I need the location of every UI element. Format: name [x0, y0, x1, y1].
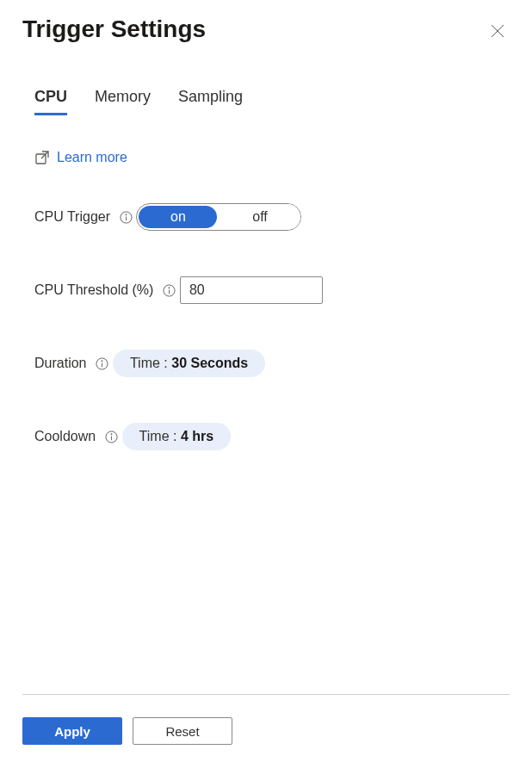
cpu-trigger-label: CPU Trigger [34, 209, 110, 225]
svg-line-3 [41, 152, 48, 158]
page-title: Trigger Settings [22, 15, 206, 43]
duration-value: 30 Seconds [171, 356, 248, 371]
tab-sampling[interactable]: Sampling [178, 88, 243, 115]
tabs: CPU Memory Sampling [34, 88, 498, 115]
svg-point-6 [125, 214, 126, 214]
cooldown-value: 4 hrs [181, 429, 213, 444]
info-icon[interactable] [95, 356, 108, 370]
toggle-on[interactable]: on [139, 206, 217, 228]
cpu-trigger-toggle[interactable]: on off [136, 203, 301, 231]
cpu-threshold-label: CPU Threshold (%) [34, 282, 153, 298]
footer-divider [22, 694, 510, 695]
cpu-threshold-input[interactable] [180, 276, 323, 304]
close-icon [491, 24, 504, 38]
learn-more-label: Learn more [57, 150, 127, 165]
info-icon[interactable] [162, 283, 176, 297]
toggle-off[interactable]: off [219, 204, 300, 230]
external-link-icon [34, 150, 50, 165]
svg-point-9 [169, 287, 170, 288]
svg-point-12 [102, 360, 102, 361]
cooldown-label: Cooldown [34, 429, 96, 444]
apply-button[interactable]: Apply [22, 717, 122, 745]
duration-label: Duration [34, 356, 86, 371]
tab-cpu[interactable]: CPU [34, 88, 67, 115]
close-button[interactable] [486, 19, 510, 46]
duration-prefix: Time : [130, 356, 171, 371]
reset-button[interactable]: Reset [133, 717, 232, 745]
learn-more-link[interactable]: Learn more [34, 150, 127, 165]
svg-point-15 [111, 433, 112, 434]
info-icon[interactable] [119, 210, 133, 224]
duration-pill[interactable]: Time : 30 Seconds [113, 350, 265, 377]
cooldown-prefix: Time : [139, 429, 181, 444]
tab-memory[interactable]: Memory [95, 88, 151, 115]
cooldown-pill[interactable]: Time : 4 hrs [122, 423, 232, 450]
info-icon[interactable] [104, 430, 118, 443]
